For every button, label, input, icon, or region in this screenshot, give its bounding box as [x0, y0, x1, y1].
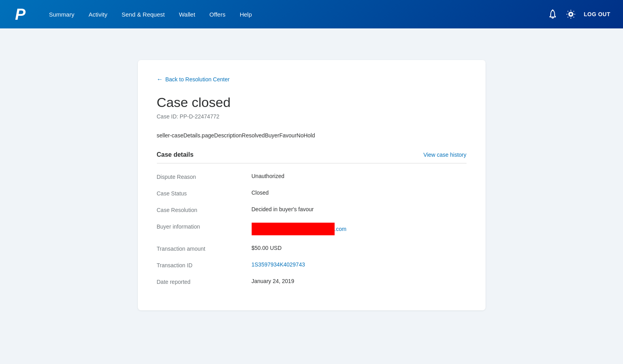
case-resolution-label: Case Resolution	[157, 206, 252, 213]
date-reported-row: Date reported January 24, 2019	[157, 278, 467, 285]
buyer-email-suffix: .com	[335, 226, 346, 232]
case-details-header: Case details View case history	[157, 151, 467, 163]
transaction-amount-row: Transaction amount $50.00 USD	[157, 245, 467, 252]
main-nav: Summary Activity Send & Request Wallet O…	[43, 8, 548, 21]
view-case-history-link[interactable]: View case history	[423, 152, 467, 158]
case-resolution-row: Case Resolution Decided in buyer's favou…	[157, 206, 467, 213]
svg-text:P: P	[15, 6, 26, 23]
navbar-right: LOG OUT	[548, 9, 610, 19]
page-content: ← Back to Resolution Center Case closed …	[75, 44, 549, 326]
transaction-id-link[interactable]: 1S3597934K4029743	[252, 261, 305, 268]
nav-item-wallet[interactable]: Wallet	[173, 8, 201, 21]
transaction-id-row: Transaction ID 1S3597934K4029743	[157, 261, 467, 268]
transaction-id-label: Transaction ID	[157, 261, 252, 268]
transaction-amount-label: Transaction amount	[157, 245, 252, 252]
case-status-row: Case Status Closed	[157, 190, 467, 197]
navbar: P Summary Activity Send & Request Wallet…	[0, 0, 623, 28]
case-id: Case ID: PP-D-22474772	[157, 113, 467, 120]
nav-item-send-request[interactable]: Send & Request	[115, 8, 171, 21]
back-link-label: Back to Resolution Center	[166, 76, 230, 83]
svg-point-2	[569, 13, 572, 16]
nav-item-offers[interactable]: Offers	[203, 8, 232, 21]
page-description: seller-caseDetails.pageDescriptionResolv…	[157, 132, 467, 139]
case-status-value: Closed	[252, 190, 269, 196]
case-card: ← Back to Resolution Center Case closed …	[138, 60, 486, 310]
buyer-information-row: Buyer information .com	[157, 223, 467, 235]
settings-button[interactable]	[566, 9, 576, 19]
logout-button[interactable]: LOG OUT	[584, 11, 610, 17]
dispute-reason-value: Unauthorized	[252, 173, 284, 179]
transaction-amount-value: $50.00 USD	[252, 245, 282, 251]
notifications-button[interactable]	[548, 9, 558, 19]
case-status-label: Case Status	[157, 190, 252, 197]
date-reported-value: January 24, 2019	[252, 278, 294, 284]
nav-item-activity[interactable]: Activity	[82, 8, 114, 21]
paypal-logo-icon: P	[14, 6, 28, 23]
nav-item-help[interactable]: Help	[233, 8, 258, 21]
redacted-buyer-email	[252, 223, 335, 235]
back-arrow-icon: ←	[157, 76, 163, 83]
gear-icon	[566, 9, 576, 19]
back-to-resolution-center-link[interactable]: ← Back to Resolution Center	[157, 76, 467, 83]
case-title: Case closed	[157, 95, 467, 110]
dispute-reason-label: Dispute Reason	[157, 173, 252, 180]
case-details-section-title: Case details	[157, 151, 194, 158]
case-resolution-value: Decided in buyer's favour	[252, 206, 314, 212]
dispute-reason-row: Dispute Reason Unauthorized	[157, 173, 467, 180]
date-reported-label: Date reported	[157, 278, 252, 285]
nav-item-summary[interactable]: Summary	[43, 8, 81, 21]
paypal-logo: P	[13, 6, 30, 23]
buyer-info-wrapper: .com	[252, 223, 346, 235]
buyer-information-label: Buyer information	[157, 223, 252, 230]
bell-icon	[548, 9, 558, 19]
